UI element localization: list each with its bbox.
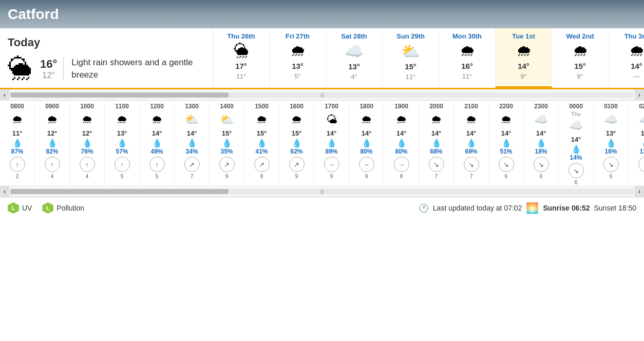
scroll-right-arrow[interactable]: › — [635, 89, 644, 101]
hour-time: 1200 — [150, 101, 164, 111]
today-weather-icon: 🌦 — [8, 54, 32, 83]
hour-temp: 13° — [117, 128, 127, 138]
hour-temp: 13° — [641, 128, 644, 138]
scroll-left-arrow[interactable]: ‹ — [0, 89, 9, 101]
forecast-day-0[interactable]: Thu 26th 🌦 17° 11° — [213, 28, 270, 88]
forecast-day-low: 11° — [236, 72, 247, 80]
forecast-day-icon: 🌧 — [290, 42, 306, 60]
hour-rain-pct: 87% — [11, 148, 23, 155]
hour-rain-pct: 68% — [430, 148, 442, 155]
rain-background — [0, 0, 644, 28]
forecast-day-low: 11° — [462, 72, 472, 80]
forecast-day-name: Wed 2nd — [566, 32, 594, 40]
hour-temp: 14° — [536, 128, 546, 138]
hour-col-17: 0100 ☁️ 13° 💧 16% ↘ 6 — [594, 101, 629, 185]
forecast-day-2[interactable]: Sat 28th ☁️ 13° 4° — [326, 28, 383, 88]
forecast-day-7[interactable]: Thu 3rd 🌧 14° — — [609, 28, 644, 88]
rain-drop-icon: 💧 — [82, 138, 92, 148]
forecast-day-1[interactable]: Fri 27th 🌧 13° 5° — [270, 28, 326, 88]
hour-rain-pct: 62% — [290, 148, 302, 155]
hour-time: 1600 — [290, 101, 304, 111]
today-label: Today — [8, 36, 205, 49]
hour-rain-pct: 57% — [116, 148, 128, 155]
wind-arrow: ↑ — [85, 161, 89, 168]
hour-temp: 11° — [12, 128, 23, 138]
hour-time: 1300 — [185, 101, 199, 111]
hour-wind-circle: ↑ — [45, 157, 60, 172]
wind-arrow: ↗ — [189, 161, 195, 168]
uv-badge: L UV — [8, 202, 32, 214]
sunrise-icon: 🌅 — [526, 202, 539, 214]
hour-temp: 13° — [606, 128, 616, 138]
hour-temp: 12° — [47, 128, 58, 138]
hour-temp: 14° — [501, 128, 512, 138]
hour-time: 1900 — [394, 101, 408, 111]
forecast-day-icon: 🌧 — [516, 42, 532, 60]
bottom-scroll-left-arrow[interactable]: ‹ — [0, 186, 9, 197]
hour-wind-speed: 8 — [260, 174, 263, 179]
hour-col-2: 1000 🌧 12° 💧 76% ↑ 4 — [70, 101, 105, 185]
hour-temp: 15° — [292, 128, 302, 138]
forecast-day-high: 13° — [292, 62, 304, 70]
sunrise-text: Sunrise 06:52 — [543, 204, 590, 212]
hour-wind-circle: ↗ — [254, 157, 270, 172]
hour-wind-circle: ↘ — [464, 157, 479, 172]
bottom-scroll-nav[interactable]: ‹ ☰ › — [0, 186, 644, 197]
today-low-temp: 12° — [43, 71, 55, 80]
forecast-day-6[interactable]: Wed 2nd 🌧 15° 9° — [552, 28, 609, 88]
hour-rain-pct: 80% — [360, 148, 372, 155]
hour-col-0: 0800 🌧 11° 💧 87% ↑ 2 — [0, 101, 35, 185]
hour-icon: ☁️ — [569, 117, 583, 135]
hour-col-18: 0200 ☁️ 13° 💧 13% ↘ 6 — [629, 101, 644, 185]
rain-drop-icon: 💧 — [396, 138, 407, 148]
today-description: Light rain showers and a gentle breeze — [71, 56, 205, 81]
rain-drop-icon: 💧 — [536, 138, 546, 148]
hour-wind-circle: ↘ — [499, 157, 514, 172]
forecast-day-low: — — [633, 72, 640, 80]
hour-col-9: 1700 🌤 14° 💧 89% → 9 — [314, 101, 349, 185]
forecast-day-icon: ⛅ — [401, 42, 420, 60]
scrollbar-area[interactable]: ☰ — [10, 92, 634, 98]
hour-icon: 🌧 — [82, 111, 93, 128]
rain-drop-icon: 💧 — [12, 138, 23, 148]
wind-arrow: ↑ — [120, 161, 124, 168]
hour-col-14: 2200 🌧 14° 💧 51% ↘ 6 — [489, 101, 524, 185]
hour-rain-pct: 82% — [46, 148, 58, 155]
forecast-day-high: 14° — [631, 62, 642, 70]
hour-icon: 🌧 — [47, 111, 58, 128]
hour-wind-circle: ↑ — [149, 157, 165, 172]
hour-temp: 15° — [257, 128, 267, 138]
hour-temp: 14° — [327, 128, 337, 138]
hour-wind-circle: ↘ — [638, 157, 645, 172]
hour-time: 0900 — [45, 101, 59, 111]
bottom-scroll-right-arrow[interactable]: › — [635, 186, 644, 197]
last-updated-text: Last updated today at 07:02 — [433, 204, 522, 212]
wind-arrow: ↘ — [468, 161, 474, 168]
hour-icon: ⛅ — [185, 111, 199, 128]
hour-icon: 🌧 — [431, 111, 442, 128]
pollution-badge: L Pollution — [42, 202, 84, 214]
scrollbar-thumb — [10, 92, 229, 98]
forecast-day-icon: 🌧 — [629, 42, 645, 60]
forecast-day-high: 14° — [518, 62, 529, 70]
hour-rain-pct: 89% — [325, 148, 337, 155]
hour-icon: ☁️ — [534, 111, 548, 128]
hour-rain-pct: 34% — [185, 148, 198, 155]
bottom-scrollbar-area[interactable]: ☰ — [10, 189, 634, 194]
top-scroll-nav[interactable]: ‹ ☰ › — [0, 89, 644, 101]
hour-icon: 🌧 — [117, 111, 128, 128]
hour-wind-speed: 6 — [610, 174, 613, 179]
hour-col-12: 2000 🌧 14° 💧 68% ↘ 7 — [419, 101, 454, 185]
hour-rain-pct: 14% — [570, 154, 582, 161]
forecast-day-5[interactable]: Tue 1st 🌧 14° 9° — [496, 28, 552, 88]
hour-wind-speed: 4 — [51, 174, 54, 179]
footer-right: 🕐 Last updated today at 07:02 🌅 Sunrise … — [419, 202, 636, 214]
forecast-day-name: Sun 29th — [396, 32, 425, 40]
forecast-day-4[interactable]: Mon 30th 🌧 16° 11° — [439, 28, 496, 88]
forecast-day-3[interactable]: Sun 29th ⛅ 15° 11° — [383, 28, 439, 88]
hourly-section: 0800 🌧 11° 💧 87% ↑ 2 0900 🌧 12° 💧 82% ↑ … — [0, 101, 644, 186]
wind-arrow: ↗ — [294, 161, 299, 168]
forecast-day-high: 13° — [348, 62, 360, 71]
hour-wind-speed: 9 — [365, 174, 368, 179]
rain-drop-icon: 💧 — [571, 144, 581, 154]
